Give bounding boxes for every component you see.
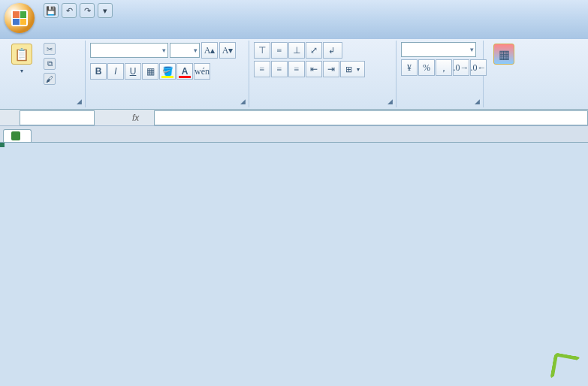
- accounting-button[interactable]: ¥: [401, 59, 418, 76]
- workbook-tab[interactable]: [3, 129, 32, 142]
- cond-format-icon: ▦: [493, 44, 514, 65]
- paste-button[interactable]: 📋 ▾: [6, 42, 38, 76]
- align-right-button[interactable]: ≡: [288, 61, 305, 77]
- align-bottom-button[interactable]: ⊥: [288, 42, 305, 59]
- underline-button[interactable]: U: [125, 63, 141, 80]
- qat-undo-icon[interactable]: ↶: [62, 3, 77, 18]
- fx-icon[interactable]: fx: [132, 113, 139, 123]
- copy-button[interactable]: ⧉: [41, 57, 62, 71]
- clipboard-icon: 📋: [11, 44, 32, 65]
- qat-redo-icon[interactable]: ↷: [80, 3, 95, 18]
- orientation-button[interactable]: ⤢: [306, 42, 322, 59]
- format-painter-button[interactable]: 🖌: [41, 72, 62, 86]
- align-middle-button[interactable]: ≡: [271, 42, 288, 59]
- merge-icon: ⊞: [345, 65, 352, 74]
- watermark-logo-icon: [550, 352, 581, 384]
- font-name-combo[interactable]: [90, 43, 168, 58]
- scissors-icon: ✂: [44, 43, 56, 55]
- office-button[interactable]: [5, 3, 35, 33]
- font-color-button[interactable]: A: [176, 63, 193, 80]
- align-left-button[interactable]: ≡: [254, 61, 270, 77]
- border-button[interactable]: ▦: [142, 63, 158, 80]
- clipboard-launcher-icon[interactable]: ◢: [74, 97, 83, 106]
- number-format-combo[interactable]: [401, 42, 476, 57]
- grow-font-button[interactable]: A▴: [201, 42, 218, 59]
- align-top-button[interactable]: ⊤: [254, 42, 270, 59]
- formula-bar[interactable]: [154, 110, 588, 125]
- align-launcher-icon[interactable]: ◢: [385, 97, 394, 106]
- percent-button[interactable]: %: [418, 59, 435, 76]
- shrink-font-button[interactable]: A▾: [219, 42, 236, 59]
- inc-decimal-button[interactable]: .0→: [453, 59, 469, 76]
- number-launcher-icon[interactable]: ◢: [472, 97, 481, 106]
- wrap-text-button[interactable]: ↲: [323, 42, 342, 59]
- cut-button[interactable]: ✂: [41, 42, 62, 56]
- qat-customize-icon[interactable]: ▾: [98, 3, 113, 18]
- font-size-combo[interactable]: [170, 43, 200, 58]
- copy-icon: ⧉: [44, 58, 56, 70]
- phonetic-button[interactable]: wén: [194, 63, 210, 80]
- ribbon-tabs: [0, 21, 588, 39]
- font-launcher-icon[interactable]: ◢: [238, 97, 247, 106]
- indent-inc-button[interactable]: ⇥: [323, 61, 339, 77]
- align-center-button[interactable]: ≡: [271, 61, 288, 77]
- watermark: [552, 354, 583, 381]
- bold-button[interactable]: B: [90, 63, 107, 80]
- qat-save-icon[interactable]: 💾: [44, 3, 59, 18]
- excel-file-icon: [11, 131, 20, 140]
- comma-button[interactable]: ,: [436, 59, 452, 76]
- fill-color-button[interactable]: 🪣: [159, 63, 176, 80]
- brush-icon: 🖌: [44, 73, 56, 85]
- name-box[interactable]: [20, 110, 95, 125]
- conditional-format-button[interactable]: ▦: [488, 42, 520, 68]
- italic-button[interactable]: I: [107, 63, 124, 80]
- wrap-icon: ↲: [328, 46, 335, 56]
- merge-center-button[interactable]: ⊞▾: [340, 61, 365, 77]
- indent-dec-button[interactable]: ⇤: [306, 61, 322, 77]
